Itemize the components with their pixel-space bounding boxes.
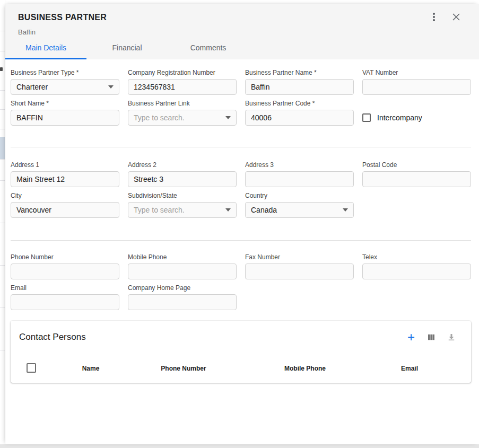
dialog-header: BUSINESS PARTNER Baffin Main Details Fin… (5, 4, 479, 59)
chevron-down-icon (225, 208, 231, 212)
field-label: Country (245, 192, 354, 200)
chevron-down-icon (343, 208, 348, 212)
identity-section: Business Partner Type * Charterer Compan… (11, 69, 471, 126)
field-vat-number: VAT Number (362, 69, 471, 95)
address-2-input[interactable] (128, 171, 237, 187)
contact-persons-actions: + (406, 321, 456, 354)
intercompany-label: Intercompany (377, 113, 422, 122)
tab-comments[interactable]: Comments (168, 36, 249, 59)
field-intercompany: Intercompany (362, 100, 471, 126)
fax-number-input[interactable] (245, 263, 354, 279)
field-label: Company Registration Number (128, 69, 237, 77)
select-all-checkbox[interactable] (27, 363, 36, 373)
field-business-partner-name: Business Partner Name * (245, 69, 354, 95)
field-label: Email (11, 284, 119, 292)
business-partner-type-select[interactable]: Charterer (11, 79, 119, 95)
field-business-partner-link: Business Partner Link Type to search. (128, 100, 237, 126)
chevron-down-icon (225, 116, 231, 119)
field-spacer (245, 284, 354, 310)
field-label: Business Partner Code * (245, 100, 354, 108)
email-input[interactable] (11, 294, 119, 310)
add-contact-button[interactable]: + (406, 332, 416, 342)
field-address-3: Address 3 (245, 161, 354, 187)
field-label: Business Partner Name * (245, 69, 354, 77)
field-email: Email (11, 284, 119, 310)
field-label: Postal Code (362, 161, 471, 169)
placeholder-text: Type to search. (134, 113, 185, 122)
column-header-phone-number: Phone Number (161, 365, 206, 372)
postal-code-input[interactable] (362, 171, 471, 187)
section-divider (11, 240, 471, 241)
background-page-strip (0, 0, 5, 448)
field-label: Subdivision/State (128, 192, 237, 200)
phone-number-input[interactable] (11, 263, 119, 279)
field-business-partner-code: Business Partner Code * (245, 100, 354, 126)
address-1-input[interactable] (11, 171, 119, 187)
field-label: Business Partner Link (128, 100, 237, 108)
page-title: BUSINESS PARTNER (18, 13, 107, 22)
field-short-name: Short Name * (11, 100, 119, 126)
main-details-panel: Business Partner Type * Charterer Compan… (5, 59, 479, 383)
short-name-input[interactable] (11, 110, 119, 126)
column-header-name: Name (82, 365, 100, 372)
address-section: Address 1 Address 2 Address 3 Postal Cod… (11, 161, 471, 218)
columns-button[interactable] (426, 332, 436, 342)
plus-icon: + (407, 332, 415, 342)
chevron-down-icon (108, 85, 114, 89)
field-telex: Telex (362, 253, 471, 279)
close-icon[interactable] (451, 12, 461, 22)
tab-main-details[interactable]: Main Details (5, 36, 86, 59)
address-3-input[interactable] (245, 171, 354, 187)
business-partner-link-select[interactable]: Type to search. (128, 110, 237, 126)
field-label: Mobile Phone (128, 253, 237, 261)
selected-value: Canada (251, 206, 277, 214)
business-partner-name-input[interactable] (245, 79, 354, 95)
mobile-phone-input[interactable] (128, 263, 237, 279)
company-registration-input[interactable] (128, 79, 237, 95)
city-input[interactable] (11, 202, 119, 218)
contact-persons-header: Contact Persons + (11, 321, 471, 354)
field-label: VAT Number (362, 69, 471, 77)
business-partner-code-input[interactable] (245, 110, 354, 126)
field-label: City (11, 192, 119, 200)
field-city: City (11, 192, 119, 218)
download-icon (447, 332, 456, 342)
columns-icon (426, 332, 436, 342)
contact-persons-title: Contact Persons (19, 332, 86, 342)
field-label: Company Home Page (128, 284, 237, 292)
field-mobile-phone: Mobile Phone (128, 253, 237, 279)
tab-financial[interactable]: Financial (86, 36, 168, 59)
subdivision-state-select[interactable]: Type to search. (128, 202, 237, 218)
page-subtitle: Baffin (18, 28, 36, 36)
field-label: Short Name * (11, 100, 119, 108)
country-select[interactable]: Canada (245, 202, 354, 218)
tab-bar: Main Details Financial Comments (5, 36, 249, 59)
business-partner-dialog: BUSINESS PARTNER Baffin Main Details Fin… (5, 4, 479, 444)
field-label: Phone Number (11, 253, 119, 261)
field-label: Address 2 (128, 161, 237, 169)
company-home-page-input[interactable] (128, 294, 237, 310)
field-phone-number: Phone Number (11, 253, 119, 279)
kebab-menu-icon[interactable] (429, 12, 439, 22)
field-company-home-page: Company Home Page (128, 284, 237, 310)
field-company-registration-number: Company Registration Number (128, 69, 237, 95)
field-spacer (362, 192, 471, 218)
header-actions (429, 12, 461, 22)
intercompany-checkbox[interactable] (362, 113, 371, 122)
contact-section: Phone Number Mobile Phone Fax Number Tel… (11, 253, 471, 310)
contact-persons-card: Contact Persons + Name Phone Number (11, 321, 471, 383)
field-label: Fax Number (245, 253, 354, 261)
vat-number-input[interactable] (362, 79, 471, 95)
field-label: Telex (362, 253, 471, 261)
field-postal-code: Postal Code (362, 161, 471, 187)
column-header-email: Email (401, 365, 418, 372)
field-label: Business Partner Type * (11, 69, 119, 77)
field-business-partner-type: Business Partner Type * Charterer (11, 69, 119, 95)
field-subdivision-state: Subdivision/State Type to search. (128, 192, 237, 218)
column-header-mobile-phone: Mobile Phone (284, 365, 326, 372)
placeholder-text: Type to search. (134, 206, 185, 214)
section-divider (11, 147, 471, 147)
telex-input[interactable] (362, 263, 471, 279)
export-button[interactable] (447, 332, 456, 342)
field-label: Address 1 (11, 161, 119, 169)
